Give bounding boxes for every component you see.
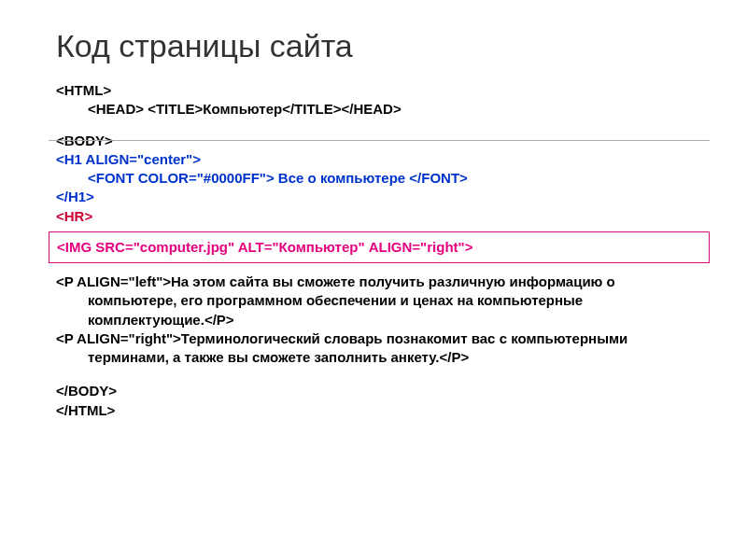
slide-title: Код страницы сайта	[56, 28, 700, 64]
code-line: <HEAD> <TITLE>Компьютер</TITLE></HEAD>	[56, 100, 700, 119]
slide-container: Код страницы сайта <HTML> <HEAD> <TITLE>…	[0, 0, 747, 439]
code-line: </H1>	[56, 188, 700, 206]
code-block: <HTML> <HEAD> <TITLE>Компьютер</TITLE></…	[56, 81, 700, 420]
code-line: <HR>	[56, 207, 700, 226]
code-line: <H1 ALIGN="center">	[56, 150, 700, 169]
code-fragment: <P ALIGN="right">	[56, 330, 181, 346]
code-fragment: <FONT COLOR="#0000FF">	[88, 170, 275, 186]
code-paragraph: <P ALIGN="left">На этом сайта вы сможете…	[56, 273, 700, 329]
horizontal-rule	[49, 140, 710, 141]
code-fragment: </FONT>	[409, 170, 468, 186]
code-line: <HTML>	[56, 81, 700, 100]
code-fragment: <P ALIGN="left">	[56, 273, 171, 289]
code-fragment: </P>	[204, 312, 234, 328]
code-line: <FONT COLOR="#0000FF"> Все о компьютере …	[56, 169, 700, 188]
code-line: </BODY>	[56, 382, 700, 400]
code-line: </HTML>	[56, 401, 700, 420]
code-line: <BODY>	[56, 132, 700, 150]
code-line: <IMG SRC="computer.jpg" ALT="Компьютер" …	[57, 238, 701, 257]
code-fragment: </P>	[439, 349, 469, 365]
code-paragraph: <P ALIGN="right">Терминологический слова…	[56, 329, 700, 368]
code-fragment: Все о компьютере	[275, 170, 410, 186]
highlighted-line-box: <IMG SRC="computer.jpg" ALT="Компьютер" …	[49, 231, 710, 263]
